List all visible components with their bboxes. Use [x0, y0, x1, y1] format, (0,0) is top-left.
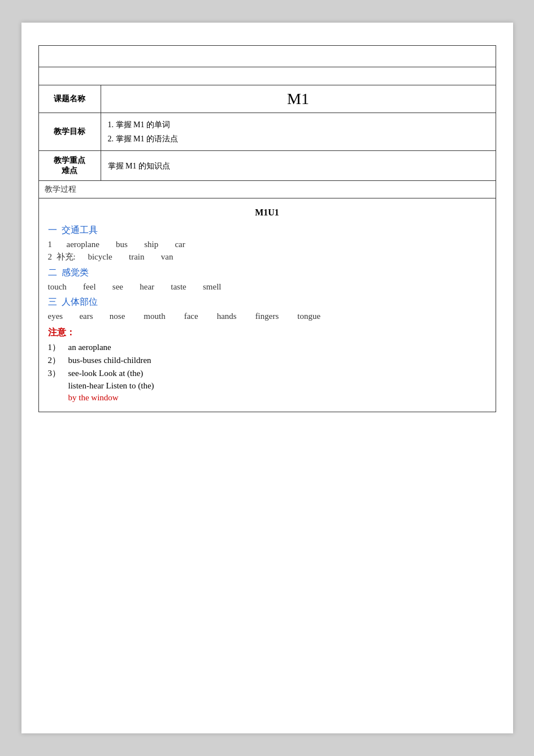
- key-points-value: 掌握 M1 的知识点: [108, 162, 170, 170]
- s3-word2: ears: [79, 312, 93, 321]
- label-process: 教学过程: [38, 181, 496, 198]
- header-row-2: [38, 67, 496, 85]
- note-item-3-line2: listen-hear Listen to (the): [48, 381, 487, 391]
- label-key-points-line1: 教学重点: [46, 155, 94, 166]
- note-item-3-line3: by the window: [48, 393, 487, 403]
- label-subject: 课题名称: [38, 85, 101, 113]
- s1-prefix1: 1: [48, 240, 57, 249]
- content-row: M1U1 一 交通工具 1 aeroplane bus ship car 2 补…: [38, 198, 496, 412]
- main-table: 课题名称 M1 教学目标 1. 掌握 M1 的单词 2. 掌握 M1 的语法点 …: [38, 45, 496, 412]
- objective-item-2: 2. 掌握 M1 的语法点: [108, 132, 489, 146]
- s1-word5: bicycle: [88, 252, 112, 261]
- title-row: 课题名称 M1: [38, 85, 496, 113]
- section3-number: 三: [48, 297, 57, 306]
- section1-number: 一: [48, 225, 57, 235]
- objective-row: 教学目标 1. 掌握 M1 的单词 2. 掌握 M1 的语法点: [38, 113, 496, 151]
- note-num-3: 3）: [48, 368, 68, 379]
- unit-title: M1U1: [48, 208, 487, 218]
- label-key-points: 教学重点 难点: [38, 151, 101, 181]
- note-text-1: an aeroplane: [68, 343, 111, 352]
- inner-content: M1U1 一 交通工具 1 aeroplane bus ship car 2 补…: [39, 198, 496, 412]
- s2-word5: taste: [171, 282, 186, 291]
- note-item-3-line1: 3） see-look Look at (the): [48, 368, 487, 379]
- section1-line1: 1 aeroplane bus ship car: [48, 240, 487, 249]
- s1-prefix2: 2 补充:: [48, 252, 78, 261]
- section3-label: 人体部位: [62, 297, 98, 306]
- note-text-2: bus-buses child-children: [68, 356, 151, 365]
- note-item-2: 2） bus-buses child-children: [48, 355, 487, 366]
- s3-word6: hands: [217, 312, 237, 321]
- s2-word3: see: [112, 282, 123, 291]
- s3-word8: tongue: [297, 312, 320, 321]
- s1-word2: bus: [116, 240, 128, 249]
- subject-value: M1: [101, 85, 496, 113]
- note-item-1: 1） an aeroplane: [48, 342, 487, 353]
- section1-label: 交通工具: [62, 225, 98, 235]
- process-label-row: 教学过程: [38, 181, 496, 198]
- section2-label: 感觉类: [62, 267, 89, 277]
- s3-word4: mouth: [144, 312, 165, 321]
- section3-title: 三 人体部位: [48, 296, 487, 308]
- note-label: 注意：: [48, 327, 487, 339]
- s1-word6: train: [129, 252, 145, 261]
- section2-number: 二: [48, 267, 57, 277]
- label-objective: 教学目标: [38, 113, 101, 151]
- objective-content: 1. 掌握 M1 的单词 2. 掌握 M1 的语法点: [101, 113, 496, 151]
- section1-title: 一 交通工具: [48, 224, 487, 236]
- s2-word2: feel: [83, 282, 95, 291]
- note-num-1: 1）: [48, 342, 68, 353]
- s2-word4: hear: [140, 282, 154, 291]
- label-key-points-line2: 难点: [46, 166, 94, 176]
- s1-word7: van: [161, 252, 173, 261]
- section2-title: 二 感觉类: [48, 267, 487, 279]
- s3-word1: eyes: [48, 312, 63, 321]
- objective-item-1: 1. 掌握 M1 的单词: [108, 118, 489, 132]
- section2-line1: touch feel see hear taste smell: [48, 282, 487, 292]
- note-text-3-2: listen-hear Listen to (the): [68, 381, 154, 391]
- s3-word5: face: [184, 312, 198, 321]
- s3-word7: fingers: [255, 312, 279, 321]
- s2-word1: touch: [48, 282, 67, 291]
- note-text-3-1: see-look Look at (the): [68, 369, 144, 378]
- s1-word4: car: [175, 240, 185, 249]
- key-points-row: 教学重点 难点 掌握 M1 的知识点: [38, 151, 496, 181]
- s3-word3: nose: [110, 312, 125, 321]
- page: 课题名称 M1 教学目标 1. 掌握 M1 的单词 2. 掌握 M1 的语法点 …: [21, 23, 513, 733]
- s1-word1: aeroplane: [67, 240, 99, 249]
- section3-line1: eyes ears nose mouth face hands fingers …: [48, 312, 487, 321]
- s1-word3: ship: [144, 240, 158, 249]
- note-num-2: 2）: [48, 355, 68, 366]
- header-row-1: [38, 46, 496, 67]
- s2-word6: smell: [203, 282, 222, 291]
- key-points-content: 掌握 M1 的知识点: [101, 151, 496, 181]
- note-text-3-3: by the window: [68, 393, 119, 403]
- section1-line2: 2 补充: bicycle train van: [48, 252, 487, 262]
- content-area-cell: M1U1 一 交通工具 1 aeroplane bus ship car 2 补…: [38, 198, 496, 412]
